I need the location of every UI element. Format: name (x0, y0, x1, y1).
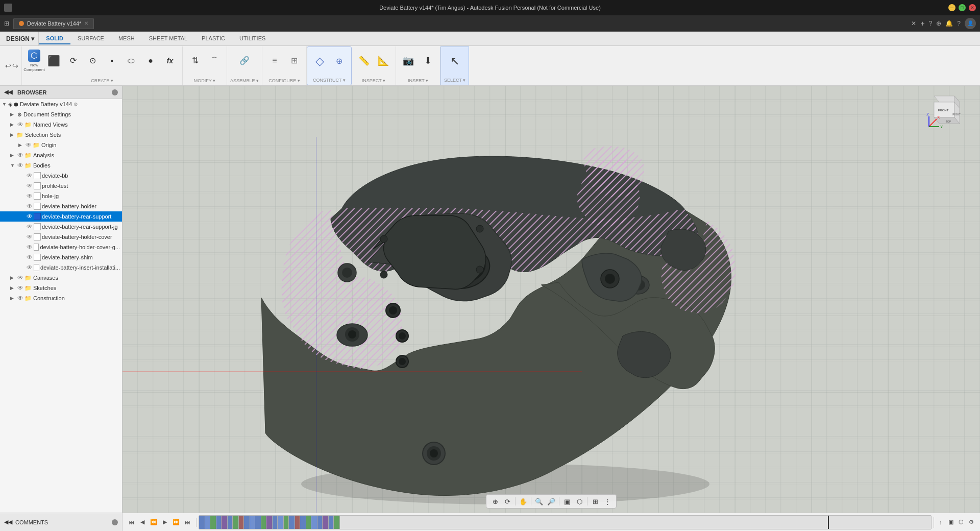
eye-icon-holder[interactable]: 👁 (27, 203, 33, 210)
eye-icon-profile[interactable]: 👁 (27, 182, 33, 189)
eye-icon-hole[interactable]: 👁 (27, 192, 33, 200)
eye-icon-shim[interactable]: 👁 (27, 254, 33, 261)
body-holder-cover[interactable]: 👁 deviate-battery-holder-cover (0, 232, 122, 242)
timeline-play-button[interactable]: ▶ (160, 518, 169, 527)
named-views-arrow[interactable]: ▶ (10, 122, 16, 127)
timeline-item[interactable] (216, 516, 222, 529)
tab-close-button[interactable]: ✕ (84, 20, 88, 26)
timeline-item[interactable] (278, 516, 284, 529)
timeline-item[interactable] (228, 516, 233, 529)
timeline-item[interactable] (266, 516, 273, 529)
fx-button[interactable]: fx (161, 47, 179, 74)
construction-arrow[interactable]: ▶ (10, 296, 16, 301)
hole-button[interactable]: ⊙ (83, 47, 102, 74)
checkbox-rear-support[interactable] (34, 213, 41, 220)
root-expand-arrow[interactable]: ▼ (2, 102, 8, 107)
body-insert[interactable]: 👁 deviate-battery-insert-installati... (0, 262, 122, 273)
body-shim[interactable]: 👁 deviate-battery-shim (0, 252, 122, 262)
eye-icon-construction[interactable]: 👁 (17, 295, 23, 302)
configure-btn2[interactable]: ⊞ (285, 47, 303, 74)
checkbox-rear-jg[interactable] (34, 223, 41, 230)
tab-sheet-metal[interactable]: SHEET METAL (142, 33, 194, 44)
vp-grid-button[interactable]: ⊞ (590, 496, 601, 507)
vp-display-mode-button[interactable]: ▣ (561, 496, 573, 507)
vp-orbit-button[interactable]: ⟳ (502, 496, 513, 507)
timeline-item[interactable] (273, 516, 278, 529)
inspect-btn2[interactable]: 📐 (374, 47, 393, 74)
timeline-item[interactable] (199, 516, 205, 529)
insert-btn2[interactable]: ⬇ (419, 47, 437, 74)
timeline-tool-1[interactable]: ↑ (936, 517, 945, 528)
tab-surface[interactable]: SURFACE (70, 33, 111, 44)
tabbar-notification-icon[interactable]: 🔔 (945, 20, 953, 27)
tabbar-settings-icon[interactable]: ? (957, 20, 961, 27)
timeline-item[interactable] (295, 516, 300, 529)
press-pull-button[interactable]: ⇅ (186, 47, 204, 74)
browser-item-named-views[interactable]: ▶ 👁 📁 Named Views (0, 119, 122, 130)
box-button[interactable]: ▪ (103, 47, 121, 74)
timeline-first-button[interactable]: ⏮ (127, 518, 136, 527)
root-settings-icon[interactable]: ⚙ (74, 102, 78, 107)
vp-pan-button[interactable]: ✋ (518, 496, 529, 507)
cylinder-button[interactable]: ⬭ (122, 47, 140, 74)
eye-icon-origin[interactable]: 👁 (26, 141, 32, 149)
vp-zoom-in-button[interactable]: 🔍 (533, 496, 545, 507)
checkbox-bb[interactable] (34, 172, 41, 179)
tab-utilities[interactable]: UTILITIES (232, 33, 273, 44)
eye-icon-cover-g[interactable]: 👁 (27, 244, 33, 251)
eye-icon-sketches[interactable]: 👁 (17, 284, 23, 292)
construct-plane-button[interactable]: ◇ (310, 48, 329, 75)
fillet-button[interactable]: ⌒ (205, 47, 224, 74)
origin-arrow[interactable]: ▶ (18, 142, 24, 148)
timeline-item[interactable] (300, 516, 306, 529)
timeline-item[interactable] (244, 516, 250, 529)
timeline-item[interactable] (210, 516, 216, 529)
checkbox-cover[interactable] (34, 233, 41, 240)
document-tab[interactable]: Deviate Battery v144* ✕ (13, 18, 94, 29)
revolve-button[interactable]: ⟳ (64, 47, 82, 74)
assemble-button[interactable]: 🔗 (235, 47, 254, 74)
timeline-track[interactable] (199, 515, 932, 529)
timeline-item[interactable] (250, 516, 255, 529)
timeline-item[interactable] (255, 516, 261, 529)
body-holder-cover-g[interactable]: 👁 deviate-battery-holder-cover-g... (0, 242, 122, 252)
timeline-item[interactable] (323, 516, 329, 529)
comments-options-dot[interactable] (112, 519, 118, 525)
doc-settings-arrow[interactable]: ▶ (10, 112, 16, 117)
vp-look-at-button[interactable]: ⊕ (489, 496, 501, 507)
timeline-item[interactable] (289, 516, 295, 529)
timeline-item[interactable] (329, 516, 334, 529)
selection-sets-arrow[interactable]: ▶ (10, 132, 16, 137)
browser-item-origin[interactable]: ▶ 👁 📁 Origin (0, 140, 122, 150)
tab-solid[interactable]: SOLID (39, 33, 70, 44)
body-hole-jg[interactable]: 👁 hole-jg (0, 191, 122, 201)
extrude-button[interactable]: ⬛ (44, 47, 63, 74)
minimize-button[interactable]: ─ (948, 4, 955, 11)
eye-icon-rear-support[interactable]: 👁 (27, 213, 33, 220)
checkbox-holder[interactable] (34, 203, 41, 210)
checkbox-insert[interactable] (34, 264, 39, 271)
body-deviate-bb[interactable]: 👁 deviate-bb (0, 171, 122, 181)
eye-icon-cover[interactable]: 👁 (27, 233, 33, 240)
tabbar-help-icon[interactable]: ? (929, 20, 933, 27)
viewport[interactable]: FRONT RIGHT TOP X Z Y ⊕ ⟳ ✋ 🔍 🔎 (122, 86, 980, 513)
checkbox-profile[interactable] (34, 182, 41, 189)
vp-wireframe-button[interactable]: ⬡ (574, 496, 585, 507)
timeline-tool-3[interactable]: ⬡ (957, 517, 966, 528)
eye-icon-canvases[interactable]: 👁 (17, 274, 23, 281)
analysis-arrow[interactable]: ▶ (10, 153, 16, 158)
canvases-arrow[interactable]: ▶ (10, 275, 16, 280)
browser-item-selection-sets[interactable]: ▶ 📁 Selection Sets (0, 130, 122, 140)
eye-icon-analysis[interactable]: 👁 (17, 152, 23, 159)
timeline-item[interactable] (311, 516, 317, 529)
vp-settings-button[interactable]: ⋮ (602, 496, 613, 507)
timeline-item[interactable] (317, 516, 323, 529)
new-component-button[interactable]: ⬡ New Component (25, 47, 43, 74)
model-container[interactable] (122, 86, 980, 513)
browser-root-item[interactable]: ▼ ◈ ⬢ Deviate Battery v144 ⚙ (0, 99, 122, 109)
timeline-fast-forward-button[interactable]: ⏩ (172, 518, 181, 527)
timeline-item[interactable] (306, 516, 311, 529)
configure-button[interactable]: ≡ (265, 47, 284, 74)
timeline-item[interactable] (334, 516, 340, 529)
bodies-arrow[interactable]: ▼ (10, 163, 16, 168)
